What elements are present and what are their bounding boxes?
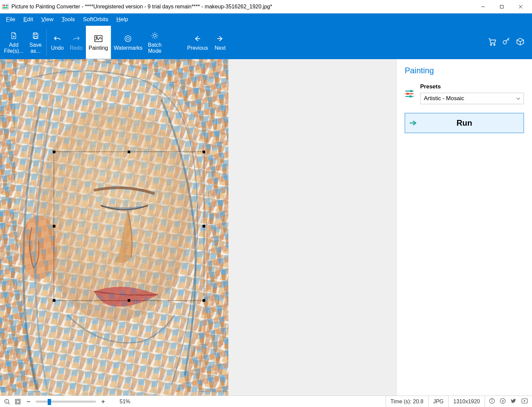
svg-rect-5 — [500, 5, 503, 8]
presets-dropdown[interactable]: Artistic - Mosaic — [420, 93, 524, 104]
zoom-actual-icon[interactable]: 1 — [3, 398, 11, 405]
key-icon[interactable] — [502, 37, 511, 47]
menu-file[interactable]: File — [2, 15, 19, 24]
tool-label: AddFile(s)... — [4, 42, 24, 54]
arrow-right-icon — [216, 34, 224, 44]
resize-handle[interactable] — [128, 299, 130, 302]
run-arrow-icon — [405, 120, 421, 126]
sliders-icon — [405, 89, 414, 99]
tool-label: Previous — [187, 45, 208, 51]
svg-point-15 — [153, 34, 156, 37]
save-icon — [32, 31, 40, 41]
tool-label: Watermarks — [114, 45, 143, 51]
menu-tools[interactable]: Tools — [57, 15, 79, 24]
titlebar: Picture to Painting Converter - ****Unre… — [0, 0, 532, 13]
redo-button[interactable]: Redo — [67, 26, 86, 59]
svg-point-16 — [490, 44, 492, 45]
undo-button[interactable]: Undo — [48, 26, 67, 59]
next-button[interactable]: Next — [211, 26, 229, 59]
menu-edit[interactable]: Edit — [19, 15, 37, 24]
svg-rect-47 — [16, 400, 19, 403]
svg-rect-10 — [34, 33, 37, 35]
menu-help[interactable]: Help — [113, 15, 132, 24]
status-time: Time (s): 20.8 — [386, 396, 428, 407]
svg-rect-3 — [3, 7, 8, 8]
svg-point-18 — [503, 41, 506, 44]
zoom-slider[interactable] — [36, 401, 96, 403]
slider-thumb[interactable] — [48, 399, 51, 405]
zoom-fit-icon[interactable] — [14, 398, 21, 405]
menu-softorbits[interactable]: SoftOrbits — [79, 15, 113, 24]
twitter-icon[interactable] — [511, 398, 517, 405]
info-icon[interactable] — [489, 398, 495, 405]
svg-rect-2 — [6, 5, 8, 6]
maximize-button[interactable] — [492, 0, 511, 13]
batch-mode-button[interactable]: BatchMode — [145, 26, 164, 59]
cart-icon[interactable] — [488, 37, 496, 47]
svg-point-13 — [96, 37, 97, 38]
close-button[interactable] — [511, 0, 530, 13]
svg-rect-46 — [15, 399, 20, 404]
svg-rect-1 — [3, 5, 5, 6]
status-dimensions: 1310x1920 — [448, 396, 485, 407]
preset-value: Artistic - Mosaic — [424, 95, 464, 102]
gap — [164, 26, 184, 59]
save-as-button[interactable]: Saveas... — [26, 26, 45, 59]
menu-view[interactable]: View — [37, 15, 58, 24]
svg-rect-42 — [409, 95, 411, 97]
svg-point-14 — [125, 36, 131, 42]
youtube-icon[interactable] — [521, 398, 528, 405]
run-label: Run — [421, 118, 524, 128]
package-icon[interactable] — [516, 37, 525, 47]
main-area: Painting Presets Artistic - Mosaic Run — [0, 59, 532, 396]
resize-handle[interactable] — [203, 225, 205, 228]
watermark-icon — [124, 34, 132, 44]
tool-label: Painting — [89, 45, 108, 51]
add-file-icon — [10, 31, 18, 41]
presets-label: Presets — [420, 83, 524, 90]
redo-icon — [72, 34, 80, 44]
minimize-button[interactable] — [474, 0, 492, 13]
resize-handle[interactable] — [53, 225, 55, 228]
panel-title: Painting — [405, 66, 524, 75]
resize-handle[interactable] — [203, 299, 205, 302]
zoom-percent: 51% — [120, 399, 130, 405]
tool-label: Saveas... — [30, 42, 42, 54]
resize-handle[interactable] — [203, 151, 205, 153]
tool-label: Next — [215, 45, 226, 51]
canvas-area — [0, 59, 396, 396]
toolbar: AddFile(s)... Saveas... Undo Redo Painti… — [0, 26, 532, 59]
zoom-in-button[interactable] — [99, 398, 107, 405]
run-button[interactable]: Run — [405, 113, 524, 133]
facebook-icon[interactable] — [500, 398, 506, 405]
separator — [46, 29, 47, 56]
svg-point-17 — [494, 44, 495, 45]
svg-rect-40 — [407, 93, 409, 95]
svg-text:1: 1 — [6, 400, 7, 403]
selection-rectangle[interactable] — [54, 152, 204, 301]
resize-handle[interactable] — [53, 299, 55, 302]
status-format: JPG — [428, 396, 448, 407]
menubar: File Edit View Tools SoftOrbits Help — [0, 13, 532, 26]
statusbar: 1 51% Time (s): 20.8 JPG 1310x1920 — [0, 396, 532, 407]
tool-label: BatchMode — [148, 42, 162, 54]
tool-label: Redo — [70, 45, 83, 51]
gear-icon — [151, 31, 159, 41]
watermarks-button[interactable]: Watermarks — [111, 26, 145, 59]
resize-handle[interactable] — [128, 151, 130, 153]
tool-label: Undo — [51, 45, 64, 51]
chevron-down-icon — [516, 95, 520, 102]
undo-icon — [53, 34, 61, 44]
svg-rect-38 — [410, 90, 412, 92]
resize-handle[interactable] — [53, 151, 55, 153]
svg-line-44 — [8, 403, 10, 404]
window-title: Picture to Painting Converter - ****Unre… — [11, 4, 474, 10]
zoom-out-button[interactable] — [25, 398, 32, 405]
previous-button[interactable]: Previous — [184, 26, 211, 59]
painting-icon — [94, 34, 103, 44]
svg-point-53 — [492, 399, 492, 400]
arrow-left-icon — [193, 34, 202, 44]
app-icon — [2, 3, 9, 10]
add-files-button[interactable]: AddFile(s)... — [1, 26, 26, 59]
painting-button[interactable]: Painting — [86, 26, 111, 59]
